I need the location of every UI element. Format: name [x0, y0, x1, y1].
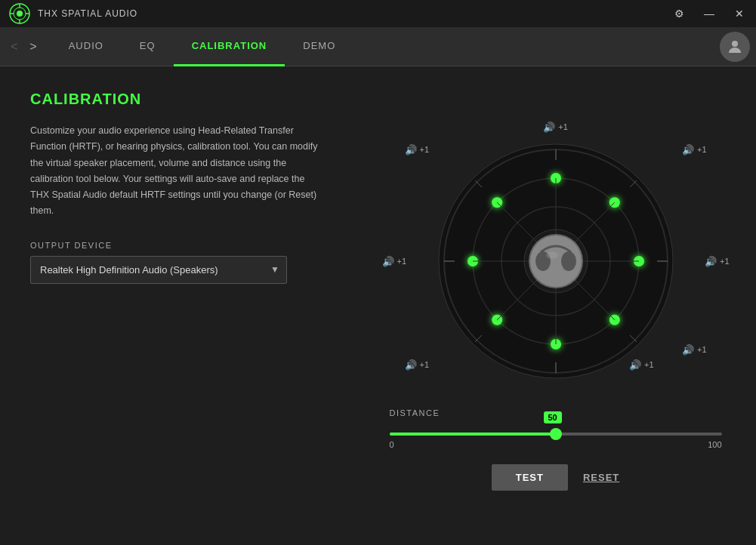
reset-button[interactable]: RESET: [583, 472, 619, 483]
speaker-icon-right: 🔊: [705, 255, 717, 266]
tab-demo[interactable]: DEMO: [285, 27, 353, 66]
distance-section: DISTANCE 50 0 100 TEST RESET: [390, 408, 722, 491]
distance-value-bubble: 50: [544, 411, 562, 423]
slider-max-label: 100: [708, 440, 721, 449]
back-button[interactable]: <: [6, 37, 22, 57]
forward-button[interactable]: >: [25, 37, 41, 57]
slider-container: 50: [390, 433, 722, 436]
svg-point-7: [732, 41, 738, 47]
speaker-label-left: +1: [397, 257, 407, 266]
nav-arrows: < >: [6, 37, 42, 57]
slider-fill: [390, 433, 556, 436]
slider-track: [390, 433, 722, 436]
speaker-top-center[interactable]: 🔊 +1: [543, 122, 568, 133]
page-title: CALIBRATION: [30, 91, 325, 108]
speaker-label-bottom-right: +1: [697, 345, 707, 354]
profile-button[interactable]: [720, 32, 750, 62]
speaker-label-top: +1: [558, 122, 568, 131]
minimize-button[interactable]: —: [702, 6, 717, 21]
app-title: THX SPATIAL AUDIO: [38, 8, 137, 19]
speaker-right[interactable]: 🔊 +1: [705, 255, 730, 266]
speaker-icon-top: 🔊: [543, 122, 555, 133]
speaker-label-right: +1: [720, 257, 730, 266]
speaker-top-right[interactable]: 🔊 +1: [682, 144, 707, 155]
close-button[interactable]: ✕: [732, 6, 747, 21]
speaker-left[interactable]: 🔊 +1: [382, 255, 407, 266]
svg-point-41: [546, 251, 558, 259]
nav-bar: < > AUDIO EQ CALIBRATION DEMO: [0, 27, 756, 66]
tab-audio[interactable]: AUDIO: [51, 27, 122, 66]
device-select-wrapper: Realtek High Definition Audio (Speakers)…: [30, 256, 287, 284]
button-row: TEST RESET: [390, 464, 722, 491]
title-bar-left: THX SPATIAL AUDIO: [9, 3, 137, 24]
title-bar: THX SPATIAL AUDIO ⚙ — ✕: [0, 0, 756, 27]
profile-icon: [726, 38, 744, 56]
test-button[interactable]: TEST: [492, 464, 568, 491]
slider-minmax: 0 100: [390, 440, 722, 449]
description-text: Customize your audio experience using He…: [30, 123, 325, 220]
left-panel: CALIBRATION Customize your audio experie…: [0, 66, 355, 545]
speaker-icon-top-left: 🔊: [405, 144, 417, 155]
speaker-icon-bottom-cl: 🔊: [405, 359, 417, 371]
speaker-icon-left: 🔊: [382, 255, 394, 266]
title-bar-controls: ⚙ — ✕: [671, 6, 747, 21]
svg-point-2: [17, 11, 23, 17]
device-select[interactable]: Realtek High Definition Audio (Speakers)…: [30, 256, 287, 284]
visualizer-area: 🔊 +1 🔊 +1 🔊 +1 🔊 +1 🔊 +1: [382, 122, 730, 401]
main-content: CALIBRATION Customize your audio experie…: [0, 66, 756, 545]
speaker-bottom-right[interactable]: 🔊 +1: [682, 344, 707, 356]
speaker-label-top-right: +1: [697, 145, 707, 154]
app-logo-icon: [9, 3, 30, 24]
right-panel: 🔊 +1 🔊 +1 🔊 +1 🔊 +1 🔊 +1: [355, 66, 756, 545]
tab-calibration[interactable]: CALIBRATION: [174, 27, 285, 66]
speaker-bottom-center-left[interactable]: 🔊 +1: [405, 359, 430, 371]
speaker-icon-top-right: 🔊: [682, 144, 694, 155]
speaker-label-top-left: +1: [420, 145, 430, 154]
visualizer-svg: [435, 140, 677, 382]
circle-visualizer: [435, 140, 677, 382]
speaker-top-left[interactable]: 🔊 +1: [405, 144, 430, 155]
speaker-icon-bottom-right: 🔊: [682, 344, 694, 356]
tab-eq[interactable]: EQ: [122, 27, 174, 66]
output-device-label: OUTPUT DEVICE: [30, 241, 325, 250]
speaker-label-bottom-cl: +1: [420, 360, 430, 369]
nav-tabs: AUDIO EQ CALIBRATION DEMO: [51, 27, 720, 66]
svg-point-40: [561, 251, 576, 271]
slider-min-label: 0: [390, 440, 394, 449]
settings-button[interactable]: ⚙: [671, 6, 687, 21]
